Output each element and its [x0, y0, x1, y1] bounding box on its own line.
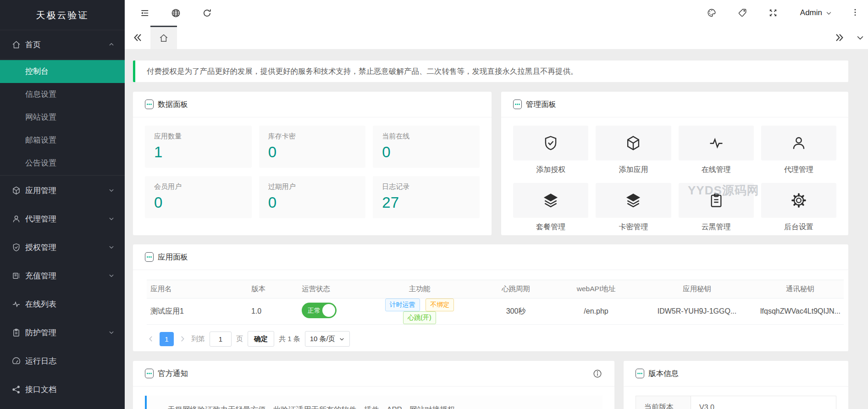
status-label: 正常	[308, 303, 321, 318]
action-online-manage[interactable]: 在线管理	[679, 126, 754, 175]
globe-icon[interactable]	[171, 8, 181, 18]
sidebar-item-recharge-manage[interactable]: 充值管理	[0, 261, 125, 290]
table-row: 测试应用1 1.0 正常 计时运营 不绑定 心跳(开)	[147, 298, 844, 325]
chevron-down-icon	[825, 10, 832, 17]
action-cardkey-manage[interactable]: 卡密管理	[596, 183, 671, 232]
sidebar-item-mail-settings[interactable]: 邮箱设置	[0, 129, 125, 152]
dashboard-page: 天极云验证 首页 控制台 信息设置 网站设置 邮箱设置 公告设置 应用管理	[0, 0, 868, 409]
table-header-row: 应用名 版本 运营状态 主功能 心跳周期 webAPI地址 应用秘钥 通讯秘钥	[147, 280, 844, 298]
stat-value: 0	[382, 144, 470, 161]
app-panel-header: 应用面板	[133, 244, 848, 270]
tab-home[interactable]	[150, 26, 177, 49]
stat-card-stock-cards: 库存卡密 0	[259, 126, 366, 168]
chevron-down-icon	[108, 272, 115, 279]
user-icon	[790, 134, 807, 152]
sidebar-item-label: 在线列表	[25, 299, 56, 310]
pulse-icon	[11, 299, 21, 309]
chevron-down-icon	[108, 187, 115, 193]
action-add-auth[interactable]: 添加授权	[513, 126, 588, 175]
sidebar-item-api-docs[interactable]: 接口文档	[0, 375, 125, 403]
kebab-icon[interactable]	[851, 8, 860, 18]
home-icon	[11, 40, 21, 50]
gauge-icon	[11, 356, 21, 366]
version-row-value: V3.0	[691, 396, 836, 409]
stat-card-members: 会员用户 0	[145, 176, 252, 218]
fullscreen-icon[interactable]	[768, 8, 778, 18]
panel-title: 版本信息	[648, 369, 679, 379]
action-package-manage[interactable]: 套餐管理	[513, 183, 588, 232]
action-add-app[interactable]: 添加应用	[596, 126, 671, 175]
shield-check-icon	[542, 134, 559, 152]
sidebar-submenu-home: 控制台 信息设置 网站设置 邮箱设置 公告设置	[0, 60, 125, 175]
sidebar-item-agent-manage[interactable]: 代理管理	[0, 204, 125, 233]
sidebar-item-info-settings[interactable]: 信息设置	[0, 83, 125, 106]
action-label: 后台设置	[761, 222, 836, 232]
chevron-up-icon	[108, 41, 115, 48]
chevron-down-icon	[339, 336, 345, 342]
stat-label: 过期用户	[268, 182, 357, 191]
palette-icon[interactable]	[707, 8, 717, 18]
page-input[interactable]	[210, 332, 232, 347]
clipboard-icon	[11, 328, 21, 337]
stat-card-apps: 应用数量 1	[145, 126, 252, 168]
sidebar-item-app-manage[interactable]: 应用管理	[0, 176, 125, 204]
cell-features: 计时运营 不绑定 心跳(开)	[362, 298, 477, 325]
stat-label: 当前在线	[382, 132, 470, 141]
col-webapi: webAPI地址	[555, 280, 637, 298]
cell-app-key: IDW5R-YUH9J-1GGQ...	[637, 298, 757, 325]
sidebar-item-home[interactable]: 首页	[0, 30, 125, 59]
cell-heartbeat: 300秒	[477, 298, 555, 325]
action-agent-manage[interactable]: 代理管理	[761, 126, 836, 175]
sidebar: 天极云验证 首页 控制台 信息设置 网站设置 邮箱设置 公告设置 应用管理	[0, 0, 125, 409]
tabs-scroll-left-icon[interactable]	[125, 26, 150, 49]
stat-value: 1	[154, 144, 243, 161]
col-app-key: 应用秘钥	[637, 280, 757, 298]
sidebar-item-auth-manage[interactable]: 授权管理	[0, 233, 125, 261]
action-backend-settings[interactable]: 后台设置	[761, 183, 836, 232]
info-icon[interactable]	[592, 369, 603, 379]
sidebar-item-label: 应用管理	[25, 185, 56, 196]
sidebar-item-protect-manage[interactable]: 防护管理	[0, 318, 125, 347]
collapse-sidebar-icon[interactable]	[139, 8, 150, 18]
tab-strip	[125, 26, 868, 50]
home-icon	[159, 33, 169, 43]
panel-title: 数据面板	[158, 99, 188, 110]
sidebar-item-console[interactable]: 控制台	[0, 60, 125, 83]
sidebar-item-site-settings[interactable]: 网站设置	[0, 106, 125, 129]
user-menu[interactable]: Admin	[800, 8, 832, 17]
tag-icon[interactable]	[737, 8, 747, 18]
sidebar-item-label: 充值管理	[25, 271, 56, 281]
next-page-icon[interactable]	[178, 335, 187, 343]
stat-label: 库存卡密	[268, 132, 357, 141]
prev-page-icon[interactable]	[147, 335, 155, 343]
confirm-page-button[interactable]: 确定	[248, 331, 274, 347]
action-label: 添加授权	[513, 165, 588, 175]
col-heartbeat: 心跳周期	[477, 280, 555, 298]
sidebar-divider	[0, 175, 125, 176]
tabs-scroll-right-icon[interactable]	[827, 26, 852, 49]
chevron-down-icon	[108, 329, 115, 336]
tabs-menu-icon[interactable]	[852, 26, 868, 49]
share-icon	[11, 385, 21, 394]
sidebar-item-announce-settings[interactable]: 公告设置	[0, 152, 125, 175]
action-label: 卡密管理	[596, 222, 671, 232]
feature-badge-heartbeat: 心跳(开)	[403, 311, 436, 324]
cell-app-name: 测试应用1	[147, 298, 248, 325]
sidebar-item-label: 防护管理	[25, 327, 56, 338]
stat-label: 应用数量	[154, 132, 243, 141]
app-table: 应用名 版本 运营状态 主功能 心跳周期 webAPI地址 应用秘钥 通讯秘钥 …	[147, 280, 844, 325]
stat-value: 0	[268, 194, 357, 211]
panel-dots-icon	[636, 369, 644, 378]
action-label: 套餐管理	[513, 222, 588, 232]
page-number-button[interactable]: 1	[160, 332, 174, 346]
per-page-select[interactable]: 10 条/页	[305, 331, 350, 347]
action-cloudblack-manage[interactable]: 云黑管理	[679, 183, 754, 232]
page-suffix-label: 页	[236, 335, 243, 343]
refresh-icon[interactable]	[202, 8, 212, 18]
sidebar-item-run-log[interactable]: 运行日志	[0, 347, 125, 375]
sidebar-item-online-list[interactable]: 在线列表	[0, 290, 125, 318]
stat-value: 27	[382, 194, 470, 211]
status-toggle[interactable]: 正常	[302, 303, 337, 318]
cube-icon	[11, 186, 21, 195]
app-logo: 天极云验证	[0, 0, 125, 30]
